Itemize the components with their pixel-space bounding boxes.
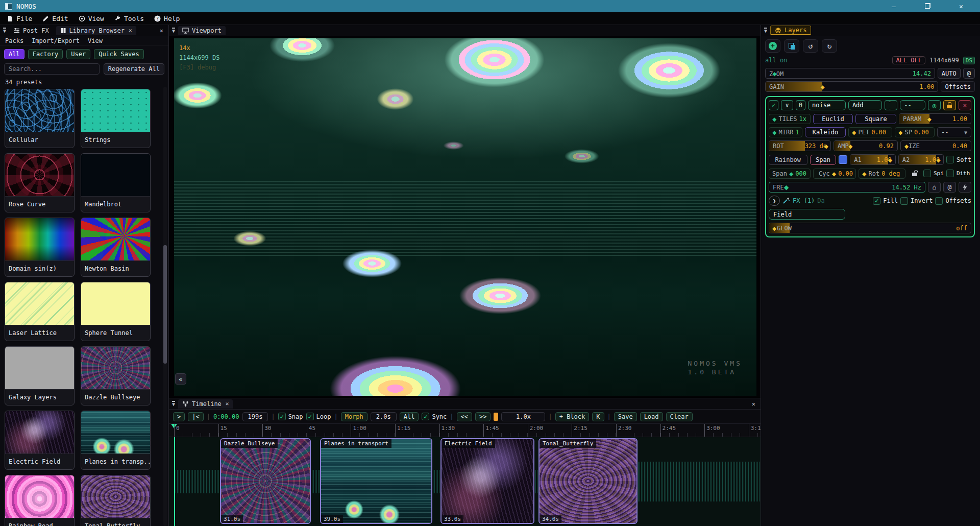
timeline-ruler[interactable]: 01530451:001:151:301:452:002:152:302:453…: [169, 424, 761, 437]
mirror-param[interactable]: ◆MIRR1: [769, 127, 802, 137]
soft-checkbox[interactable]: [946, 156, 954, 163]
tab-viewport[interactable]: Viewport: [178, 26, 226, 35]
prev-button[interactable]: <<: [457, 412, 472, 421]
dock-menu-icon[interactable]: ▼: [3, 28, 6, 33]
load-button[interactable]: Load: [640, 412, 663, 421]
gain-offsets-button[interactable]: Offsets: [941, 81, 975, 92]
tab-library-browser[interactable]: Library Browser ✕: [56, 26, 136, 35]
preset-card[interactable]: Electric Field: [5, 411, 75, 470]
clip-lane[interactable]: Dazzle Bullseye 31.0s Planes in transpor…: [169, 437, 761, 526]
amp-handle[interactable]: ◆: [848, 142, 852, 150]
all-off-button[interactable]: ALL OFF: [892, 56, 925, 64]
timeline-clip[interactable]: Planes in transport 39.0s: [320, 438, 432, 524]
duration-field[interactable]: 199s: [242, 412, 268, 421]
preset-card[interactable]: Rainbow Road: [5, 475, 75, 526]
next-button[interactable]: >>: [475, 412, 491, 421]
soft-toggle[interactable]: Soft: [946, 156, 971, 163]
ds-badge[interactable]: DS: [963, 57, 975, 64]
filter-chip[interactable]: User: [66, 49, 90, 59]
sync-toggle[interactable]: Sync: [422, 413, 447, 420]
layer-lock-icon[interactable]: [943, 100, 956, 110]
search-input[interactable]: [4, 63, 100, 75]
pet-param[interactable]: ◆PET0.00: [848, 127, 892, 137]
fx-count-label[interactable]: FX (1): [793, 197, 815, 204]
playhead-line[interactable]: [174, 437, 175, 526]
tiles-param[interactable]: ◆TILES1x: [769, 114, 811, 124]
slot1-select[interactable]: --: [885, 100, 897, 110]
euclid-button[interactable]: Euclid: [813, 114, 853, 124]
zoom-slider[interactable]: Z◆OM 14.42: [765, 68, 935, 79]
square-button[interactable]: Square: [855, 114, 896, 124]
span-mode-button[interactable]: Span: [810, 155, 837, 165]
preset-card[interactable]: Sphere Tunnel: [81, 282, 151, 341]
dock-menu-icon[interactable]: ▼: [764, 28, 767, 33]
redo-button[interactable]: ↻: [822, 39, 837, 53]
sync-checkbox[interactable]: [422, 413, 429, 420]
blend-mode-select[interactable]: Add: [848, 100, 882, 110]
param-handle[interactable]: ◆: [927, 115, 932, 123]
menu-file[interactable]: File: [3, 14, 36, 23]
dith-toggle[interactable]: Dith: [946, 170, 970, 177]
zoom-auto-button[interactable]: AUTO: [938, 68, 961, 79]
preset-card[interactable]: Strings: [81, 89, 151, 148]
preset-card[interactable]: Tonal_Butterfly: [81, 475, 151, 526]
menu-view[interactable]: View: [75, 14, 108, 23]
timeline-clip[interactable]: Dazzle Bullseye 31.0s: [220, 438, 311, 524]
freq-handle[interactable]: ◆: [784, 182, 789, 192]
cyc-param[interactable]: Cyc◆0.00: [813, 169, 856, 179]
preset-card[interactable]: Planes in transp..: [81, 411, 151, 470]
preset-scrollbar[interactable]: [163, 87, 167, 526]
preset-card[interactable]: Mandelbrot: [81, 153, 151, 212]
layer-name-input[interactable]: noise: [808, 100, 846, 110]
tab-layers[interactable]: Layers: [770, 26, 811, 35]
tab-post-fx[interactable]: Post FX: [9, 26, 53, 35]
add-block-button[interactable]: + Block: [555, 412, 590, 421]
spi-checkbox[interactable]: [923, 170, 931, 177]
scrollbar-thumb[interactable]: [163, 245, 167, 364]
undo-button[interactable]: ↺: [803, 39, 818, 53]
filter-chip[interactable]: All: [4, 49, 24, 59]
a2-slider[interactable]: A2 1.00 ◆: [898, 154, 944, 165]
offsets-toggle[interactable]: Offsets: [935, 197, 971, 205]
render-canvas[interactable]: 14x 1144x699 DS [F3] debug NOMOS VMS 1.0…: [174, 38, 756, 396]
field-input[interactable]: Field: [769, 209, 845, 220]
gain-slider[interactable]: ◆ GAIN 1.00: [765, 81, 938, 92]
invert-toggle[interactable]: Invert: [900, 197, 933, 205]
panel-close-icon[interactable]: ✕: [160, 27, 165, 34]
duplicate-layer-button[interactable]: [784, 39, 799, 53]
fx-expander[interactable]: ❯: [769, 196, 780, 206]
menu-help[interactable]: ? Help: [150, 14, 184, 23]
glow-handle[interactable]: ◆: [772, 224, 776, 232]
morph-button[interactable]: Morph: [341, 412, 368, 421]
size-slider[interactable]: ◆ IZE 0.40: [900, 140, 971, 151]
audio-react-button[interactable]: [959, 182, 971, 193]
layer-delete-button[interactable]: ✕: [959, 100, 971, 110]
loop-checkbox[interactable]: [306, 413, 314, 420]
filter-chip[interactable]: Factory: [28, 49, 63, 59]
a2-handle[interactable]: ◆: [936, 156, 940, 164]
clear-button[interactable]: Clear: [666, 412, 693, 421]
regenerate-all-button[interactable]: Regenerate All: [104, 63, 164, 75]
layer-collapse-chevron[interactable]: ∨: [781, 100, 793, 110]
rainbow-mode-button[interactable]: Rainbow: [769, 155, 807, 165]
preset-card[interactable]: Galaxy Layers: [5, 346, 75, 405]
dock-menu-icon[interactable]: ▼: [172, 401, 175, 407]
timeline-clip[interactable]: Tonal_Butterfly 34.0s: [538, 438, 638, 524]
snap-checkbox[interactable]: [278, 413, 286, 420]
modifier-dropdown[interactable]: --▼: [937, 127, 971, 137]
color-rot-param[interactable]: ◆Rot0 deg: [859, 169, 905, 179]
glow-slider[interactable]: ◆ GLOW off: [769, 223, 971, 233]
speed-field[interactable]: 1.0x: [501, 412, 545, 421]
preset-card[interactable]: Newton Basin: [81, 218, 151, 277]
rot-slider[interactable]: ROT 323 de ◆: [769, 140, 831, 151]
a1-handle[interactable]: ◆: [888, 156, 892, 164]
dith-checkbox[interactable]: [946, 170, 954, 177]
layer-enabled-checkbox[interactable]: ✓: [769, 100, 778, 110]
filter-chip[interactable]: Quick Saves: [94, 49, 143, 59]
menu-import-export[interactable]: Import/Export: [32, 37, 80, 44]
dock-menu-icon[interactable]: ▼: [172, 28, 175, 33]
menu-edit[interactable]: Edit: [38, 14, 72, 23]
collapse-sidebar-button[interactable]: «: [175, 373, 186, 385]
fill-toggle[interactable]: Fill: [873, 197, 898, 205]
spi-toggle[interactable]: Spi: [923, 170, 944, 177]
